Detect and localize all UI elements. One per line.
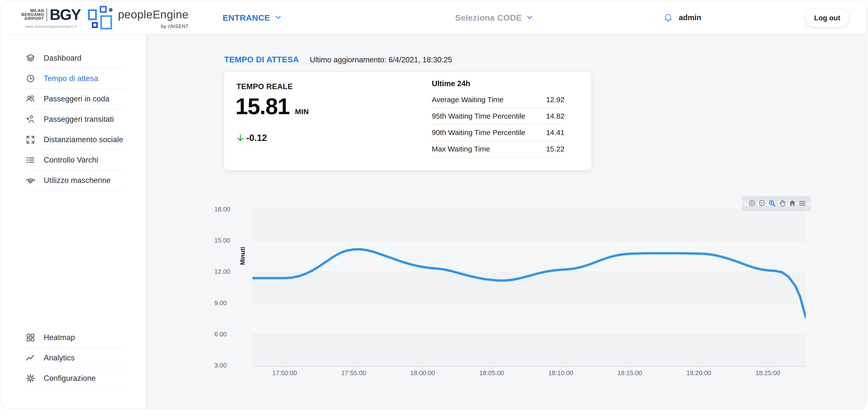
y-tick-label: 12.00 — [214, 268, 244, 275]
sidebar-item-controllo-varchi[interactable]: Controllo Varchi — [25, 150, 126, 170]
plot-band — [252, 209, 806, 240]
stat-label: Average Waiting Time — [432, 96, 503, 104]
stat-value: 15.22 — [546, 145, 564, 153]
x-tick-label: 17:55:00 — [341, 369, 366, 377]
sidebar-nav-top: DashboardTempo di attesaPasseggeri in co… — [1, 48, 146, 191]
sidebar-item-label: Heatmap — [44, 333, 75, 342]
logout-button[interactable]: Log out — [806, 9, 849, 27]
sidebar-item-label: Analytics — [44, 353, 75, 363]
bgy-logo-url: www.milanbergamoairport.it — [20, 24, 82, 29]
sidebar-item-distanziamento-sociale[interactable]: Distanziamento sociale — [25, 130, 126, 150]
y-tick-label: 9.00 — [214, 299, 244, 307]
people-engine-logo: peopleEngine by ⫽AISENT — [88, 6, 188, 30]
line-chart-icon — [25, 353, 36, 363]
bgy-logo-divider — [46, 8, 47, 22]
stat-row-average-waiting-time: Average Waiting Time12.92 — [432, 92, 564, 108]
top-bar: MILAN BERGAMO AIRPORT BGY www.milanberga… — [1, 1, 867, 34]
stat-label: Max Waiting Time — [432, 145, 490, 153]
person-transit-icon — [25, 114, 36, 125]
x-tick-label: 17:50:00 — [272, 369, 297, 377]
x-tick-label: 18:25:00 — [755, 369, 780, 377]
face-mask-icon — [25, 175, 36, 185]
bell-icon[interactable] — [663, 12, 673, 23]
realtime-value: 15.81 — [236, 94, 289, 119]
sidebar-item-label: Passeggeri in coda — [44, 95, 110, 103]
gear-icon — [25, 373, 36, 383]
x-tick-label: 18:10:00 — [548, 369, 573, 377]
x-tick-label: 18:15:00 — [617, 369, 642, 377]
delta-value: -0.12 — [246, 133, 267, 143]
y-tick-label: 3.00 — [214, 362, 244, 369]
bgy-airport-logo: MILAN BERGAMO AIRPORT BGY www.milanberga… — [20, 6, 82, 29]
stats-rows: Average Waiting Time12.9295th Waiting Ti… — [432, 92, 564, 158]
people-engine-name: peopleEngine — [118, 8, 188, 21]
stat-row-max-waiting-time: Max Waiting Time15.22 — [432, 141, 564, 158]
last-update-timestamp: Ultimo aggiornamento: 6/4/2021, 18:30:25 — [310, 56, 452, 64]
entrance-label: ENTRANCE — [223, 13, 270, 23]
sidebar-item-passeggeri-transitati[interactable]: Passeggeri transitati — [25, 109, 126, 129]
stat-value: 14.82 — [546, 112, 564, 120]
sidebar-item-utilizzo-mascherine[interactable]: Utilizzo mascherine — [25, 170, 126, 191]
sidebar-item-configurazione[interactable]: Configurazione — [25, 368, 126, 388]
grid-icon — [25, 333, 36, 343]
arrow-down-icon — [236, 134, 245, 142]
people-engine-logo-icon — [88, 6, 112, 30]
stat-label: 90th Waiting Time Percentile — [432, 128, 525, 137]
chevron-down-icon — [275, 13, 282, 22]
zoom-in-icon[interactable] — [748, 199, 756, 207]
modebar-menu-icon[interactable] — [799, 199, 806, 207]
y-tick-label: 15.00 — [214, 237, 244, 244]
home-icon[interactable] — [788, 199, 796, 207]
aisent-byline: by ⫽AISENT — [161, 24, 189, 29]
realtime-card-title: TEMPO REALE — [237, 82, 293, 91]
chevron-down-icon — [526, 13, 533, 22]
sidebar-item-label: Configurazione — [44, 374, 96, 383]
layers-icon — [25, 53, 36, 63]
sidebar-item-heatmap[interactable]: Heatmap — [25, 328, 126, 348]
zoom-out-icon[interactable] — [758, 199, 766, 207]
modebar-menu-icon — [799, 199, 806, 207]
sidebar-nav-bottom: HeatmapAnalyticsConfigurazione — [1, 328, 146, 389]
code-select-dropdown[interactable]: Seleziona CODE — [455, 1, 533, 34]
social-distance-icon — [25, 135, 36, 145]
plot-band — [252, 334, 806, 365]
sidebar-item-label: Passeggeri transitati — [44, 115, 114, 124]
x-tick-label: 18:20:00 — [686, 369, 711, 377]
sidebar-item-label: Controllo Varchi — [44, 156, 98, 165]
sidebar-item-label: Utilizzo mascherine — [44, 176, 111, 185]
username-label: admin — [679, 13, 701, 22]
stat-value: 14.41 — [546, 128, 564, 137]
last-24h-stats: Ultime 24h Average Waiting Time12.9295th… — [432, 79, 564, 158]
waiting-time-chart[interactable] — [252, 209, 806, 376]
sidebar-item-analytics[interactable]: Analytics — [25, 348, 126, 368]
code-select-placeholder: Seleziona CODE — [455, 13, 522, 23]
stat-value: 12.92 — [546, 96, 564, 104]
stat-row-95th-waiting-time-percentile: 95th Waiting Time Percentile14.82 — [432, 108, 564, 125]
stats-title: Ultime 24h — [432, 79, 564, 88]
chart-modebar — [748, 199, 806, 207]
pan-hand-icon[interactable] — [778, 199, 786, 207]
y-tick-label: 6.00 — [214, 330, 244, 338]
zoom-out-icon — [758, 199, 766, 207]
realtime-unit: MIN — [295, 107, 309, 116]
home-icon — [788, 199, 796, 207]
clock-icon — [25, 73, 36, 84]
people-icon — [25, 94, 36, 104]
sidebar-item-label: Distanziamento sociale — [44, 135, 123, 144]
bgy-logo-code: BGY — [50, 6, 80, 23]
sidebar-item-passeggeri-in-coda[interactable]: Passeggeri in coda — [25, 89, 126, 109]
y-axis-labels: 18.0015.0012.009.006.003.00 — [210, 209, 248, 371]
bgy-logo-text: MILAN BERGAMO AIRPORT — [21, 9, 44, 21]
sidebar-item-tempo-di-attesa[interactable]: Tempo di attesa — [25, 68, 126, 89]
stat-row-90th-waiting-time-percentile: 90th Waiting Time Percentile14.41 — [432, 125, 564, 141]
zoom-in-icon — [748, 199, 756, 207]
sidebar: DashboardTempo di attesaPasseggeri in co… — [1, 34, 146, 409]
list-icon — [25, 155, 36, 165]
x-axis-labels: 17:50:0017:55:0018:00:0018:05:0018:10:00… — [252, 369, 806, 379]
sidebar-item-dashboard[interactable]: Dashboard — [25, 48, 126, 68]
entrance-selector[interactable]: ENTRANCE — [223, 1, 282, 34]
zoom-lens-icon[interactable] — [768, 199, 776, 207]
app-window: MILAN BERGAMO AIRPORT BGY www.milanberga… — [1, 1, 867, 409]
page-title: TEMPO DI ATTESA — [224, 55, 299, 64]
y-tick-label: 18.00 — [214, 205, 244, 213]
